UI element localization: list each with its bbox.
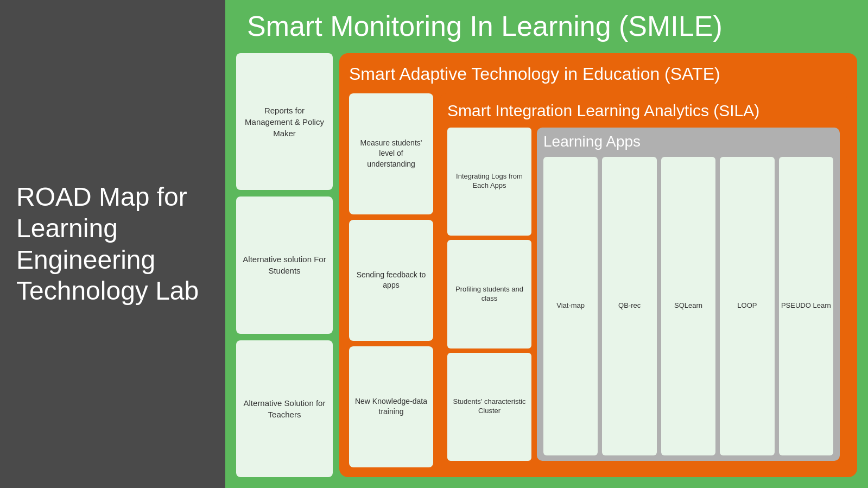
app-sqlearn: SQLearn (661, 157, 715, 455)
profiling-box: Profiling students and class (447, 240, 531, 348)
sate-title: Smart Adaptive Technology in Education (… (349, 63, 847, 86)
sate-box: Smart Adaptive Technology in Education (… (339, 53, 857, 477)
feedback-column: Measure students' level of understanding… (349, 93, 433, 467)
sila-box: Smart Integration Learning Analytics (SI… (440, 93, 847, 467)
sila-items-column: Integrating Logs from Each Apps Profilin… (447, 128, 531, 461)
content-wrapper: Reports for Management & Policy Maker Al… (225, 48, 868, 488)
new-knowledge-box: New Knowledge-data training (349, 346, 433, 467)
app-loop: LOOP (720, 157, 774, 455)
green-column: Reports for Management & Policy Maker Al… (236, 53, 339, 477)
main-title-bar: Smart Monitoring In Learning (SMILE) (225, 0, 868, 48)
learning-apps-title: Learning Apps (543, 133, 833, 150)
sate-inner-row: Measure students' level of understanding… (349, 93, 847, 467)
sending-box: Sending feedback to apps (349, 220, 433, 341)
measure-box: Measure students' level of understanding (349, 93, 433, 214)
sila-inner-row: Integrating Logs from Each Apps Profilin… (447, 128, 840, 461)
characteristic-box: Students' characteristic Cluster (447, 353, 531, 461)
alt-students-box: Alternative solution For Students (236, 197, 333, 333)
sidebar: ROAD Map for Learning Engineering Techno… (0, 0, 225, 488)
sila-title: Smart Integration Learning Analytics (SI… (447, 100, 840, 121)
apps-grid: Viat-map QB-rec SQLearn LOOP PSEUDO Lear… (543, 157, 833, 455)
reports-box: Reports for Management & Policy Maker (236, 53, 333, 190)
app-viatmap: Viat-map (543, 157, 598, 455)
sidebar-title: ROAD Map for Learning Engineering Techno… (16, 181, 209, 306)
app-pseudolearn: PSEUDO Learn (779, 157, 833, 455)
main-area: Smart Monitoring In Learning (SMILE) Rep… (225, 0, 868, 488)
learning-apps-box: Learning Apps Viat-map QB-rec SQLearn LO… (537, 128, 840, 461)
alt-teachers-box: Alternative Solution for Teachers (236, 340, 333, 477)
integrating-box: Integrating Logs from Each Apps (447, 128, 531, 236)
main-title: Smart Monitoring In Learning (SMILE) (247, 10, 846, 42)
app-qbrec: QB-rec (602, 157, 656, 455)
